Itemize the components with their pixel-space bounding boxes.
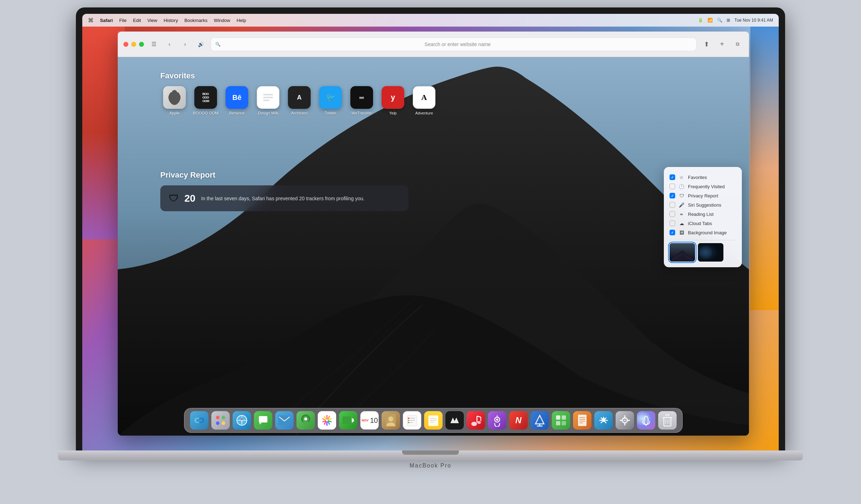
favorite-boom[interactable]: BOOOOOOOM BOOOO OOM [191,86,220,115]
dock-podcasts[interactable] [488,411,506,430]
menu-help[interactable]: Help [237,18,246,23]
dock-photos[interactable] [318,411,336,430]
svg-line-31 [323,421,326,422]
svg-point-37 [388,416,393,421]
svg-rect-11 [196,419,202,422]
favorite-design-milk[interactable]: Design Milk [254,86,282,115]
icloud-tabs-checkbox[interactable] [670,220,675,226]
minimize-button[interactable] [131,42,136,47]
customize-frequently-visited[interactable]: 🕐 Frequently Visited [670,182,736,191]
favorites-title: Favorites [160,71,438,80]
clock-icon: 🕐 [679,184,684,189]
svg-rect-21 [278,415,290,425]
svg-point-55 [496,419,498,421]
customize-reading-list[interactable]: ∞ Reading List [670,209,736,219]
dock-appstore[interactable] [594,411,613,430]
tab-overview[interactable]: ⧉ [732,39,743,50]
favorite-yelp[interactable]: y Yelp [379,86,407,115]
back-button[interactable]: ‹ [164,39,175,50]
dock-keynote[interactable] [531,411,549,430]
icloud-icon: ☁ [679,221,684,226]
favorite-wetransfer[interactable]: we WeTransfer [348,86,376,115]
menu-window[interactable]: Window [214,18,230,23]
svg-point-43 [408,420,409,421]
favorites-checkbox[interactable] [670,174,675,180]
svg-line-27 [328,421,331,422]
dock-maps[interactable] [296,411,315,430]
dock-safari[interactable] [233,411,251,430]
favorite-adventure[interactable]: A Adventure [410,86,438,115]
dock-launchpad[interactable] [211,411,230,430]
adventure-favicon: A [413,86,435,109]
privacy-report-label: Privacy Report [688,193,718,198]
menu-view[interactable]: View [148,18,157,23]
favorite-archinect[interactable]: A Archinect [285,86,313,115]
new-tab-page: Favorites Apple [118,57,749,436]
svg-rect-34 [343,416,351,424]
customize-privacy-report[interactable]: 🛡 Privacy Report [670,191,736,200]
dock-music[interactable] [467,411,485,430]
dock-trash[interactable] [658,411,677,430]
frequently-visited-checkbox[interactable] [670,184,675,189]
menu-bookmarks[interactable]: Bookmarks [184,18,207,23]
dock-numbers[interactable] [552,411,570,430]
privacy-card[interactable]: 🛡 20 In the last seven days, Safari has … [160,185,409,211]
svg-point-8 [701,248,710,257]
svg-line-33 [324,416,326,420]
dock-contacts[interactable] [382,411,400,430]
favorite-apple[interactable]: Apple [160,86,189,115]
menu-edit[interactable]: Edit [133,18,141,23]
search-icon[interactable]: 🔍 [717,18,722,23]
dock-facetime[interactable] [339,411,357,430]
behance-label: Behance [229,111,244,115]
datetime: Tue Nov 10 9:41 AM [734,18,773,23]
privacy-report-checkbox[interactable] [670,193,675,198]
forward-button[interactable]: › [179,39,191,50]
dock-messages[interactable] [254,411,272,430]
background-thumb-1[interactable] [670,243,695,262]
favorites-option-label: Favorites [688,175,707,180]
dock: NOV 10 [184,408,683,433]
control-center-icon[interactable]: ⊞ [727,18,730,23]
favorite-twitter[interactable]: 🐦 Twitter [316,86,345,115]
dock-calendar[interactable]: NOV 10 [360,411,379,430]
dock-siri[interactable] [637,411,655,430]
privacy-report-section: Privacy Report 🛡 20 In the last seven da… [160,170,409,211]
customize-icloud-tabs[interactable]: ☁ iCloud Tabs [670,219,736,228]
sidebar-toggle[interactable]: ☰ [148,39,160,50]
address-bar[interactable]: 🔍 Search or enter website name [211,38,696,51]
svg-point-44 [408,422,409,423]
share-button[interactable]: ⬆ [701,39,712,50]
menu-file[interactable]: File [119,18,127,23]
background-checkbox[interactable] [670,230,675,235]
svg-point-49 [471,422,477,426]
safari-window: ☰ ‹ › 🔊 🔍 Search or enter website name ⬆… [118,32,749,436]
favorite-behance[interactable]: Bē Behance [223,86,251,115]
dock-notes[interactable] [424,411,443,430]
background-thumb-2[interactable] [698,243,723,262]
dock-finder[interactable] [190,411,209,430]
customize-siri[interactable]: 🎤 Siri Suggestions [670,200,736,209]
dock-systempreferences[interactable] [616,411,634,430]
customize-favorites[interactable]: ☆ Favorites [670,173,736,182]
close-button[interactable] [123,42,128,47]
siri-checkbox[interactable] [670,202,675,208]
dock-appletv[interactable] [445,411,464,430]
dock-news[interactable]: N [509,411,528,430]
customize-background[interactable]: 🖼 Background Image [670,228,736,237]
reader-view[interactable]: 🔊 [195,39,206,50]
address-input[interactable]: Search or enter website name [223,41,692,47]
dock-reminders[interactable] [403,411,421,430]
screen-inner: ⌘ Safari File Edit View History Bookmark… [82,14,779,450]
new-tab-button[interactable]: + [716,39,728,50]
dock-mail[interactable] [275,411,294,430]
search-icon: 🔍 [215,42,221,47]
reading-list-checkbox[interactable] [670,211,675,217]
apple-menu[interactable]: ⌘ [88,17,94,24]
menu-history[interactable]: History [163,18,178,23]
menu-safari[interactable]: Safari [100,18,113,23]
dock-pages[interactable] [573,411,591,430]
adventure-label: Adventure [415,111,433,115]
maximize-button[interactable] [139,42,144,47]
svg-rect-61 [562,415,566,420]
